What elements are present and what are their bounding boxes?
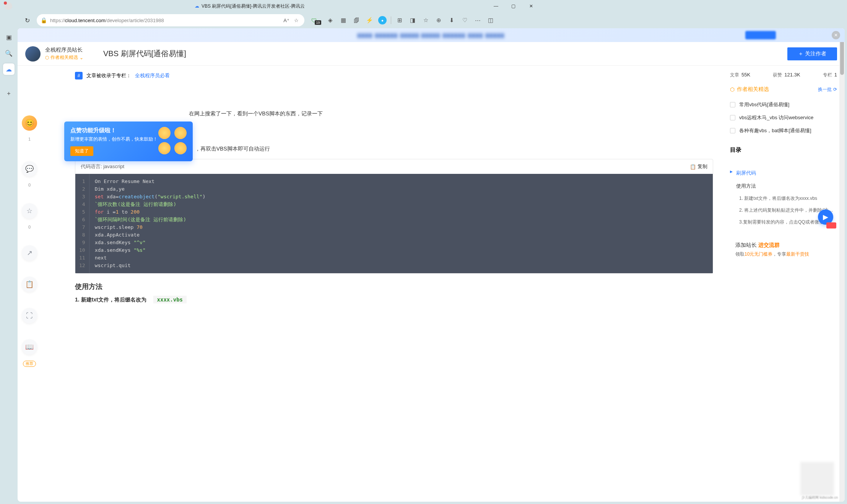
banner-close-icon[interactable]: ✕ [832, 31, 840, 39]
code-block: 代码语言: javascript 📋 复制 123456789101112 On… [75, 159, 713, 274]
related-title: ⬡ 作者相关精选 [730, 86, 769, 93]
fullscreen-button[interactable]: ⛶ [22, 308, 37, 321]
chevron-down-icon: ⌄ [80, 55, 83, 60]
page-content: ▮▮▮▮ ▮▮▮▮▮▮ ▮▮▮▮▮ ▮▮▮▮▮ ▮▮▮▮▮▮ ▮▮▮▮ ▮▮▮▮… [18, 28, 845, 321]
promo-box: 添加站长 进交流群 领取10元无门槛券，专享最新干货技 [730, 237, 837, 263]
like-count: 1 [28, 137, 31, 141]
line-numbers: 123456789101112 [75, 174, 89, 273]
browser-sidebar: ▣ 🔍 ☁ + [0, 28, 18, 99]
ext-blue-icon[interactable]: ● [376, 14, 389, 26]
step-1: 1. 新建txt文件，将后缀名改为 xxxx.vbs [75, 297, 713, 303]
refresh-icon: ⟳ [833, 87, 837, 92]
performance-icon[interactable]: ♡ [458, 14, 471, 26]
banner-cta-blurred[interactable] [745, 31, 776, 39]
promo-banner: ▮▮▮▮ ▮▮▮▮▮▮ ▮▮▮▮▮ ▮▮▮▮▮ ▮▮▮▮▮▮ ▮▮▮▮ ▮▮▮▮… [18, 28, 845, 42]
author-tag: ⬡ 作者相关精选 ⌄ [45, 54, 83, 61]
right-sidebar: 文章55K 获赞121.3K 专栏1 ⬡ 作者相关精选 换一批 ⟳ 常用vbs代… [722, 66, 845, 321]
star-count: 0 [28, 225, 31, 229]
toc-item[interactable]: 使用方法 [730, 180, 837, 193]
close-button[interactable]: ✕ [522, 0, 540, 12]
float-badge[interactable] [826, 222, 836, 229]
badge-icon: ⬡ [730, 86, 735, 92]
report-button[interactable]: 📋 [22, 277, 37, 292]
toc-sub-item[interactable]: 1. 新建txt文件，将后缀名改为xxxx.vbs [730, 193, 837, 204]
toc-title: 目录 [730, 146, 837, 154]
comment-count: 0 [28, 183, 31, 187]
window-titlebar: ☁ VBS 刷屏代码[通俗易懂]-腾讯云开发者社区-腾讯云 — ▢ ✕ [0, 0, 541, 12]
refresh-button[interactable]: 换一批 ⟳ [818, 86, 837, 93]
cloud-icon: ☁ [195, 3, 199, 9]
emoji-icon [158, 127, 171, 139]
article-title: VBS 刷屏代码[通俗易懂] [103, 49, 186, 59]
lock-icon: 🔒 [41, 17, 47, 23]
related-item[interactable]: 常用vbs代码[通俗易懂] [730, 98, 837, 111]
sidebar-toggle-icon[interactable]: ◨ [406, 14, 419, 26]
stat-label: 文章 [730, 72, 739, 78]
browser-profile-icon[interactable] [5, 2, 12, 10]
ext-copy-icon[interactable]: 🗐 [350, 14, 363, 26]
emoji-icon [174, 127, 187, 139]
toc-item[interactable]: 刷屏代码 [730, 167, 837, 180]
favorites-icon[interactable]: ☆ [419, 14, 432, 26]
emoji-icon [158, 142, 171, 154]
window-title: VBS 刷屏代码[通俗易懂]-腾讯云开发者社区-腾讯云 [202, 3, 305, 10]
section-heading: 使用方法 [75, 282, 713, 291]
star-button[interactable]: ☆ [22, 203, 37, 219]
author-name[interactable]: 全栈程序员站长 [45, 47, 83, 53]
share-button[interactable]: ↗ [22, 245, 37, 261]
copy-button[interactable]: 📋 复制 [690, 163, 707, 170]
minimize-button[interactable]: — [487, 0, 505, 12]
popup-confirm-button[interactable]: 知道了 [70, 146, 93, 156]
more-icon[interactable]: ⋯ [471, 14, 484, 26]
author-avatar[interactable] [25, 46, 41, 62]
action-rail: 😊 1 💬 0 ☆ 0 ↗ 📋 ⛶ 📖 推荐 [18, 66, 41, 321]
like-upgrade-popup: 点赞功能升级啦！ 新增更丰富的表情，创作不易，快来鼓励！ 知道了 [64, 122, 193, 161]
inline-code: xxxx.vbs [153, 296, 187, 303]
downloads-icon[interactable]: ⬇ [445, 14, 458, 26]
sidebar-tab-panels[interactable]: ▣ [3, 31, 15, 43]
ext-shield-icon[interactable]: 🛡19 [311, 14, 324, 26]
scrollbar[interactable] [839, 28, 845, 321]
favorite-icon[interactable]: ☆ [292, 16, 301, 24]
column-label: 文章被收录于专栏： [86, 72, 131, 79]
badge-icon: ⬡ [45, 55, 49, 60]
code-content: On Error Resume NextDim xda,yeset xda=cr… [89, 174, 211, 273]
extensions-icon[interactable]: ⊞ [393, 14, 406, 26]
column-link[interactable]: 全栈程序员必看 [135, 72, 170, 79]
hash-icon: # [75, 72, 83, 79]
ext-cube-icon[interactable]: ◈ [324, 14, 337, 26]
follow-button[interactable]: ＋ 关注作者 [787, 47, 837, 60]
like-emoji-button[interactable]: 😊 [22, 115, 37, 131]
ext-qr-icon[interactable]: ▦ [337, 14, 350, 26]
intro-text: 在网上搜索了一下，看到一个VBS脚本的东西，记录一下 [75, 109, 713, 119]
collections-icon[interactable]: ⊕ [432, 14, 445, 26]
related-item[interactable]: vbs远程木马_vbs 访问webservice [730, 111, 837, 124]
code-language: 代码语言: javascript [81, 163, 124, 170]
address-bar[interactable]: 🔒 https://cloud.tencent.com/developer/ar… [37, 14, 304, 26]
address-bar-row: ↻ 🔒 https://cloud.tencent.com/developer/… [0, 12, 541, 28]
comment-button[interactable]: 💬 [22, 161, 37, 177]
article-body: # 文章被收录于专栏： 全栈程序员必看 在网上搜索了一下，看到一个VBS脚本的东… [41, 66, 722, 321]
split-icon[interactable]: ◫ [484, 14, 497, 26]
banner-text-blurred: ▮▮▮▮ ▮▮▮▮▮▮ ▮▮▮▮▮ ▮▮▮▮▮ ▮▮▮▮▮▮ ▮▮▮▮ ▮▮▮▮… [358, 32, 505, 38]
copy-icon: 📋 [690, 164, 696, 170]
emoji-icon [174, 142, 187, 154]
sidebar-tab-cloud[interactable]: ☁ [3, 63, 15, 75]
plus-icon: ＋ [798, 50, 803, 57]
related-item[interactable]: 各种有趣vbs，bat脚本[通俗易懂] [730, 124, 837, 137]
sidebar-tab-search[interactable]: 🔍 [3, 47, 15, 59]
url-text: https://cloud.tencent.com/developer/arti… [50, 18, 164, 23]
sidebar-add-tab[interactable]: + [3, 88, 15, 99]
maximize-button[interactable]: ▢ [505, 0, 522, 12]
reload-button[interactable]: ↻ [21, 15, 33, 26]
ext-bolt-icon[interactable]: ⚡ [363, 14, 376, 26]
article-header: 全栈程序员站长 ⬡ 作者相关精选 ⌄ VBS 刷屏代码[通俗易懂] ＋ 关注作者 [18, 42, 845, 66]
read-aloud-icon[interactable]: A⁺ [282, 16, 291, 24]
